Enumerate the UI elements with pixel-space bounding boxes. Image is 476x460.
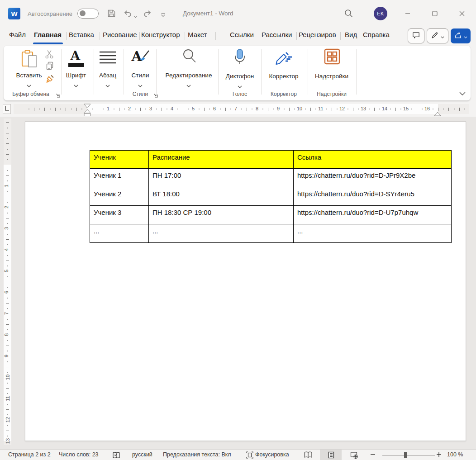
ruler-tick bbox=[347, 109, 348, 109]
table-cell[interactable]: ПН 17:00 bbox=[149, 169, 294, 187]
table-cell[interactable]: ... bbox=[149, 224, 294, 243]
avatar[interactable]: EK bbox=[374, 7, 387, 20]
word-count[interactable]: Число слов: 23 bbox=[59, 451, 99, 458]
comments-button[interactable] bbox=[408, 28, 424, 43]
dialog-launcher-icon[interactable] bbox=[55, 91, 60, 100]
ruler-tick bbox=[332, 108, 332, 111]
ruler-tick bbox=[6, 218, 9, 218]
word-logo: W bbox=[8, 8, 20, 19]
undo-icon[interactable] bbox=[123, 9, 132, 20]
table-cell[interactable]: Ученик 2 bbox=[90, 187, 149, 206]
group-divider bbox=[356, 49, 357, 95]
tab-selector[interactable] bbox=[3, 104, 11, 114]
table-cell[interactable]: Ученик 1 bbox=[90, 169, 149, 187]
font-menu-button[interactable]: А Шрифт bbox=[59, 48, 93, 87]
table-cell[interactable]: https://chattern.ru/duo?rid=D-SYr4eru5 bbox=[294, 187, 452, 206]
tab-file[interactable]: Файл bbox=[9, 31, 26, 38]
language-status[interactable]: русский bbox=[132, 451, 152, 458]
print-layout-icon[interactable] bbox=[328, 451, 334, 460]
zoom-in-icon[interactable] bbox=[436, 451, 442, 459]
focus-icon[interactable] bbox=[246, 451, 253, 460]
dialog-launcher-icon[interactable] bbox=[153, 91, 158, 100]
editing-mode-button[interactable] bbox=[427, 28, 448, 43]
customize-qat-icon[interactable] bbox=[161, 11, 166, 19]
tab-layout[interactable]: Макет bbox=[188, 31, 207, 38]
collapse-ribbon-chevron-icon[interactable] bbox=[459, 89, 466, 97]
proofing-book-icon[interactable] bbox=[112, 451, 120, 460]
header-cell[interactable]: Ссылка bbox=[294, 151, 452, 169]
table-row: Ученик 1 ПН 17:00 https://chattern.ru/du… bbox=[90, 169, 452, 187]
vertical-ruler[interactable]: 12345678910111213 bbox=[4, 119, 11, 445]
share-button[interactable] bbox=[451, 28, 471, 43]
focus-label[interactable]: Фокусировка bbox=[255, 451, 289, 458]
redo-icon[interactable] bbox=[143, 9, 152, 20]
undo-dropdown-chevron-icon[interactable] bbox=[133, 12, 138, 20]
page-info[interactable]: Страница 2 из 2 bbox=[8, 451, 51, 458]
tab-review[interactable]: Рецензиров bbox=[299, 31, 336, 38]
zoom-slider-thumb[interactable] bbox=[404, 452, 407, 458]
horizontal-ruler[interactable]: 12345678910111213141516 bbox=[14, 104, 469, 114]
table-cell[interactable]: ... bbox=[294, 224, 452, 243]
cut-scissors-icon[interactable] bbox=[44, 49, 54, 61]
zoom-out-icon[interactable] bbox=[370, 451, 376, 459]
autosave-toggle[interactable] bbox=[77, 9, 99, 19]
ruler-number: 2 bbox=[128, 106, 131, 111]
tab-draw[interactable]: Рисование bbox=[103, 31, 137, 38]
ruler-tick bbox=[119, 108, 119, 111]
zoom-level[interactable]: 100 % bbox=[447, 451, 463, 458]
copy-icon[interactable] bbox=[45, 61, 54, 73]
tab-separator bbox=[340, 32, 341, 40]
minimize-icon[interactable] bbox=[400, 7, 415, 20]
format-painter-icon[interactable] bbox=[44, 74, 55, 86]
header-cell[interactable]: Ученик bbox=[90, 151, 149, 169]
editor-pen-icon bbox=[275, 49, 293, 67]
close-icon[interactable] bbox=[454, 7, 470, 20]
save-icon[interactable] bbox=[107, 9, 116, 20]
document-page[interactable]: Ученик Расписание Ссылка Ученик 1 ПН 17:… bbox=[25, 121, 466, 441]
ruler-tick bbox=[459, 108, 460, 111]
comment-icon bbox=[412, 31, 420, 41]
table-cell[interactable]: ПН 18:30 СР 19:00 bbox=[149, 206, 294, 224]
tab-mailings[interactable]: Рассылки bbox=[262, 31, 292, 38]
ruler-tick bbox=[369, 109, 370, 109]
ruler-tick bbox=[7, 128, 8, 128]
chevron-down-icon bbox=[27, 81, 31, 89]
web-layout-icon[interactable] bbox=[350, 451, 358, 460]
tab-separator bbox=[66, 32, 67, 40]
addins-button[interactable]: Надстройки bbox=[312, 48, 352, 87]
ruler-tick bbox=[98, 108, 98, 111]
read-mode-icon[interactable] bbox=[304, 451, 313, 460]
text-predictions-status[interactable]: Предсказания текста: Вкл bbox=[163, 451, 231, 458]
tab-help[interactable]: Справка bbox=[363, 31, 390, 38]
paragraph-menu-button[interactable]: Абзац bbox=[91, 48, 124, 87]
ruler-number: 10 bbox=[297, 106, 302, 111]
editing-menu-button[interactable]: Редактирование bbox=[159, 48, 218, 87]
tab-view[interactable]: Вид bbox=[345, 31, 357, 38]
title-bar: W Автосохранение Документ1 - Word EK bbox=[0, 0, 476, 27]
dictate-button[interactable]: Диктофон bbox=[219, 47, 260, 89]
tab-home[interactable]: Главная bbox=[34, 31, 62, 38]
table-cell[interactable]: ... bbox=[90, 224, 149, 243]
tab-insert[interactable]: Вставка bbox=[69, 31, 94, 38]
table-cell[interactable]: ВТ 18:00 bbox=[149, 187, 294, 206]
ruler-number: 5 bbox=[4, 270, 9, 272]
editing-label: Редактирование bbox=[159, 72, 218, 79]
editor-button[interactable]: Корректор bbox=[266, 48, 302, 87]
tab-design[interactable]: Конструктор bbox=[141, 31, 180, 38]
header-cell[interactable]: Расписание bbox=[149, 151, 294, 169]
maximize-icon[interactable] bbox=[427, 7, 443, 20]
table-cell[interactable]: Ученик 3 bbox=[90, 206, 149, 224]
tab-references[interactable]: Ссылки bbox=[230, 31, 254, 38]
ruler-tick bbox=[289, 108, 290, 111]
table-cell[interactable]: https://chattern.ru/duo?rid=D-U7p7uhqw bbox=[294, 206, 452, 224]
ruler-number: 3 bbox=[149, 106, 152, 111]
chevron-down-icon bbox=[464, 32, 467, 40]
search-icon[interactable] bbox=[344, 9, 353, 20]
table-cell[interactable]: https://chattern.ru/duo?rid=D-JPr9X2be bbox=[294, 169, 452, 187]
paste-button[interactable]: Вставить bbox=[12, 48, 46, 87]
ruler-tick bbox=[7, 298, 8, 299]
ruler-tick bbox=[6, 346, 9, 346]
styles-menu-button[interactable]: А Стили bbox=[124, 48, 157, 87]
ruler-tick bbox=[114, 109, 114, 109]
zoom-slider-track[interactable] bbox=[382, 455, 435, 455]
